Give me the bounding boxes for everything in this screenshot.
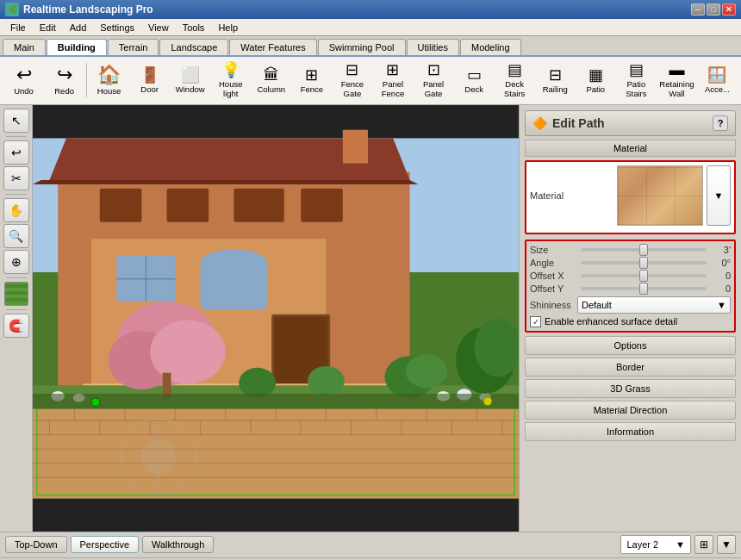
shininess-row: Shininess Default ▼ xyxy=(530,296,731,314)
close-button[interactable]: ✕ xyxy=(722,3,736,16)
layer-dropdown[interactable]: Layer 2 ▼ xyxy=(620,535,691,554)
canvas-area[interactable] xyxy=(33,105,519,532)
minimize-button[interactable]: ─ xyxy=(691,3,705,16)
offset-x-thumb[interactable] xyxy=(639,270,648,282)
railing-button[interactable]: ⊟ Railing xyxy=(535,64,576,97)
toolbar: ↩ Undo ↪ Redo 🏠 House 🚪 Door ⬜ Window 💡 … xyxy=(0,57,741,105)
retaining-wall-button[interactable]: ▬ RetainingWall xyxy=(657,59,697,103)
size-slider[interactable] xyxy=(581,248,707,252)
panel-fence-icon: ⊞ xyxy=(386,62,399,78)
house-icon: 🏠 xyxy=(97,65,121,84)
svg-point-49 xyxy=(150,320,226,383)
zoom-area-button[interactable]: ⊕ xyxy=(3,250,29,274)
accessories-button[interactable]: 🪟 Acce... xyxy=(697,64,738,97)
tab-modeling[interactable]: Modeling xyxy=(460,39,521,55)
angle-thumb[interactable] xyxy=(639,257,648,269)
shininess-label: Shininess xyxy=(530,300,577,310)
tab-bar: Main Building Terrain Landscape Water Fe… xyxy=(0,36,741,57)
material-section-header[interactable]: Material xyxy=(525,140,736,157)
offset-y-slider[interactable] xyxy=(581,287,707,290)
tab-terrain[interactable]: Terrain xyxy=(108,39,159,55)
shininess-dropdown[interactable]: Default ▼ xyxy=(577,296,731,314)
fence-icon: ⊞ xyxy=(305,67,318,83)
deck-stairs-button[interactable]: ▤ DeckStairs xyxy=(495,59,535,103)
layer-icon-button-1[interactable]: ⊞ xyxy=(694,535,713,554)
options-button[interactable]: Options xyxy=(525,336,736,355)
tab-main[interactable]: Main xyxy=(3,39,46,55)
patio-stairs-button[interactable]: ▤ PatioStairs xyxy=(616,59,657,103)
size-thumb[interactable] xyxy=(639,244,648,256)
tab-utilities[interactable]: Utilities xyxy=(407,39,459,55)
fence-gate-icon: ⊟ xyxy=(346,62,358,78)
material-swatch[interactable] xyxy=(617,165,703,226)
deck-button[interactable]: ▭ Deck xyxy=(454,64,495,97)
grid-button[interactable] xyxy=(4,282,28,306)
fence-gate-button[interactable]: ⊟ FenceGate xyxy=(332,59,372,103)
border-button[interactable]: Border xyxy=(525,358,736,376)
door-button[interactable]: 🚪 Door xyxy=(129,64,170,97)
perspective-view-tab[interactable]: Perspective xyxy=(71,536,139,553)
panel-fence-button[interactable]: ⊞ PanelFence xyxy=(372,59,413,103)
offset-y-label: Offset Y xyxy=(530,283,577,294)
menu-help[interactable]: Help xyxy=(211,22,245,34)
pan-tool-button[interactable]: ✋ xyxy=(3,198,29,222)
menu-view[interactable]: View xyxy=(141,22,176,34)
tab-water-features[interactable]: Water Features xyxy=(229,39,316,55)
material-dropdown[interactable]: ▼ xyxy=(707,165,731,226)
column-icon: 🏛 xyxy=(264,67,279,83)
offset-x-label: Offset X xyxy=(530,271,577,281)
undo-button[interactable]: ↩ Undo xyxy=(3,62,44,99)
tab-landscape[interactable]: Landscape xyxy=(159,39,228,55)
maximize-button[interactable]: □ xyxy=(707,3,720,16)
tab-building[interactable]: Building xyxy=(47,39,107,55)
angle-slider[interactable] xyxy=(581,261,707,264)
menu-file[interactable]: File xyxy=(3,22,33,34)
zoom-tool-button[interactable]: 🔍 xyxy=(3,224,29,248)
top-down-view-tab[interactable]: Top-Down xyxy=(5,536,67,553)
house-button[interactable]: 🏠 House xyxy=(89,62,129,99)
3d-grass-button[interactable]: 3D Grass xyxy=(525,379,736,398)
size-label: Size xyxy=(530,245,577,255)
svg-point-54 xyxy=(308,366,345,396)
material-direction-button[interactable]: Material Direction xyxy=(525,401,736,420)
offset-y-thumb[interactable] xyxy=(639,283,648,295)
offset-x-slider[interactable] xyxy=(581,274,707,277)
layer-label: Layer 2 xyxy=(626,539,658,550)
dropdown-arrow-icon: ▼ xyxy=(714,190,724,201)
svg-rect-5 xyxy=(167,189,209,222)
enhanced-surface-checkbox[interactable]: ✓ xyxy=(530,316,541,327)
undo-tool-button[interactable]: ↩ xyxy=(3,140,29,165)
offset-x-row: Offset X 0 xyxy=(530,271,731,281)
house-light-button[interactable]: 💡 Houselight xyxy=(210,59,251,103)
fence-button[interactable]: ⊞ Fence xyxy=(291,64,332,97)
svg-rect-6 xyxy=(234,189,283,222)
patio-button[interactable]: ▦ Patio xyxy=(576,64,616,97)
information-button[interactable]: Information xyxy=(525,422,736,441)
patio-icon: ▦ xyxy=(588,67,603,83)
menu-tools[interactable]: Tools xyxy=(176,22,212,34)
panel-title: 🔶 Edit Path xyxy=(532,116,605,130)
menu-settings[interactable]: Settings xyxy=(93,22,141,34)
select-tool-button[interactable]: ↖ xyxy=(3,109,29,133)
svg-point-12 xyxy=(200,250,267,275)
layer-arrow-icon: ▼ xyxy=(676,539,685,550)
panel-gate-button[interactable]: ⊡ PanelGate xyxy=(414,59,454,103)
cut-tool-button[interactable]: ✂ xyxy=(3,166,29,190)
walkthrough-view-tab[interactable]: Walkthrough xyxy=(142,536,214,553)
angle-value: 0° xyxy=(710,258,731,268)
column-button[interactable]: 🏛 Column xyxy=(251,64,291,97)
redo-button[interactable]: ↪ Redo xyxy=(44,62,84,99)
snap-button[interactable]: 🧲 xyxy=(3,314,29,338)
help-button[interactable]: ? xyxy=(713,115,728,131)
menu-add[interactable]: Add xyxy=(63,22,94,34)
window-button[interactable]: ⬜ Window xyxy=(170,64,210,97)
right-panel: 🔶 Edit Path ? Material Material ▼ xyxy=(519,105,741,532)
layer-icon-button-2[interactable]: ▼ xyxy=(717,535,736,554)
tab-swimming-pool[interactable]: Swimming Pool xyxy=(318,39,406,55)
svg-point-61 xyxy=(91,398,100,407)
menu-edit[interactable]: Edit xyxy=(33,22,63,34)
app-icon: 🌿 xyxy=(5,3,19,16)
angle-label: Angle xyxy=(530,258,577,268)
panel-title-bar: 🔶 Edit Path ? xyxy=(525,110,736,136)
patio-stairs-icon: ▤ xyxy=(629,62,644,78)
